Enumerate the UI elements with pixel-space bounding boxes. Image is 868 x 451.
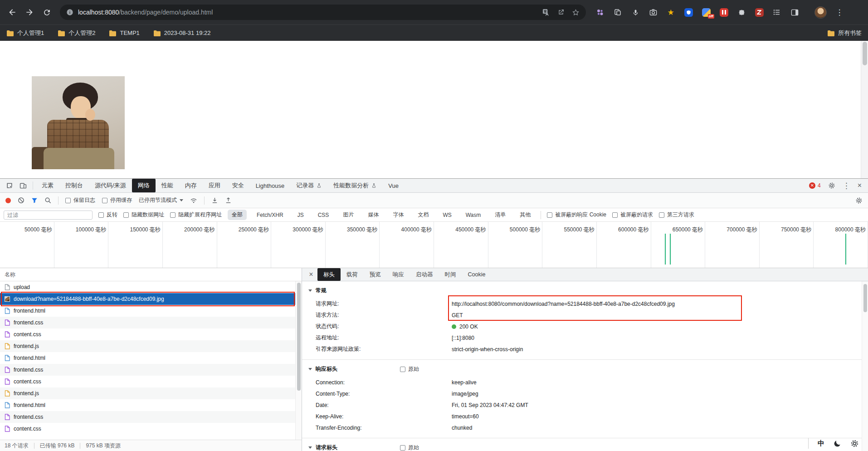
bookmark-folder-3[interactable]: TEMP1 bbox=[109, 29, 139, 36]
tab-initiator[interactable]: 启动器 bbox=[410, 268, 439, 281]
filter-chip-img[interactable]: 图片 bbox=[339, 210, 358, 220]
request-row[interactable]: frontend.html bbox=[0, 352, 295, 364]
raw-headers-checkbox[interactable] bbox=[400, 367, 405, 372]
filter-chip-other[interactable]: 其他 bbox=[516, 210, 535, 220]
request-row[interactable]: frontend.css bbox=[0, 364, 295, 376]
filter-input[interactable] bbox=[4, 211, 93, 220]
tab-network[interactable]: 网络 bbox=[132, 179, 156, 192]
request-row[interactable]: frontend.css bbox=[0, 411, 295, 423]
ime-language-indicator[interactable]: 中 bbox=[818, 439, 824, 448]
extension-icon-off-badge[interactable]: off bbox=[701, 7, 711, 17]
tab-headers[interactable]: 标头 bbox=[317, 268, 341, 281]
hide-data-urls-checkbox[interactable] bbox=[123, 212, 129, 218]
extensions-puzzle-icon[interactable] bbox=[736, 7, 746, 17]
blocked-requests-option[interactable]: 被屏蔽的请求 bbox=[612, 211, 653, 219]
extension-icon-grid[interactable] bbox=[595, 7, 605, 17]
response-headers-section-header[interactable]: 响应标头 原始 bbox=[302, 360, 862, 377]
device-toolbar-icon[interactable] bbox=[16, 179, 30, 192]
bookmark-folder-4[interactable]: 2023-08-31 19:22 bbox=[153, 29, 211, 36]
request-list-scrollbar-thumb[interactable] bbox=[297, 283, 301, 391]
tab-cookies[interactable]: Cookie bbox=[462, 268, 492, 281]
tab-response[interactable]: 响应 bbox=[387, 268, 410, 281]
bookmark-folder-2[interactable]: 个人管理2 bbox=[58, 29, 95, 37]
raw-headers-checkbox[interactable] bbox=[400, 445, 405, 451]
tab-console[interactable]: 控制台 bbox=[59, 179, 89, 192]
invert-option[interactable]: 反转 bbox=[98, 211, 117, 219]
side-panel-icon[interactable] bbox=[790, 7, 800, 17]
network-conditions-icon[interactable] bbox=[190, 197, 197, 204]
network-settings-icon[interactable] bbox=[855, 197, 863, 204]
request-row[interactable]: content.css bbox=[0, 423, 295, 435]
filter-chip-css[interactable]: CSS bbox=[314, 211, 333, 220]
ime-settings-icon[interactable] bbox=[850, 439, 859, 448]
page-scrollbar-thumb[interactable] bbox=[863, 42, 867, 65]
close-details-icon[interactable]: × bbox=[305, 268, 317, 281]
filter-chip-media[interactable]: 媒体 bbox=[364, 210, 383, 220]
filter-toggle-icon[interactable] bbox=[31, 197, 38, 204]
raw-response-headers-option[interactable]: 原始 bbox=[400, 365, 419, 373]
import-har-icon[interactable] bbox=[211, 197, 218, 204]
tab-performance-insights[interactable]: 性能数据分析 bbox=[327, 179, 382, 192]
extension-icon-star[interactable]: ★ bbox=[666, 7, 676, 17]
request-row[interactable]: frontend.html bbox=[0, 305, 295, 317]
devtools-settings-icon[interactable] bbox=[828, 182, 835, 189]
profile-avatar[interactable] bbox=[814, 6, 827, 19]
invert-checkbox[interactable] bbox=[98, 212, 104, 218]
disable-cache-checkbox[interactable] bbox=[102, 198, 107, 203]
tab-preview[interactable]: 预览 bbox=[364, 268, 387, 281]
filter-chip-ws[interactable]: WS bbox=[439, 211, 455, 220]
share-icon[interactable] bbox=[557, 9, 565, 16]
throttling-select[interactable]: 已停用节流模式 bbox=[139, 196, 183, 204]
devtools-menu-icon[interactable]: ⋮ bbox=[843, 181, 850, 190]
extension-icon-pause[interactable] bbox=[719, 7, 729, 17]
filter-chip-doc[interactable]: 文档 bbox=[414, 210, 433, 220]
address-bar[interactable]: localhost:8080/backend/page/demo/upload.… bbox=[60, 5, 586, 20]
filter-chip-font[interactable]: 字体 bbox=[389, 210, 408, 220]
back-button[interactable] bbox=[5, 5, 20, 20]
request-row[interactable]: frontend.js bbox=[0, 340, 295, 352]
tab-elements[interactable]: 元素 bbox=[36, 179, 59, 192]
filter-chip-fetch-xhr[interactable]: Fetch/XHR bbox=[253, 211, 288, 220]
export-har-icon[interactable] bbox=[225, 197, 232, 204]
extension-icon-camera[interactable] bbox=[648, 7, 658, 17]
devtools-close-icon[interactable]: × bbox=[858, 182, 862, 189]
third-party-requests-option[interactable]: 第三方请求 bbox=[659, 211, 694, 219]
tab-memory[interactable]: 内存 bbox=[179, 179, 203, 192]
request-row[interactable]: content.css bbox=[0, 328, 295, 340]
blocked-requests-checkbox[interactable] bbox=[612, 212, 618, 218]
inspect-element-icon[interactable] bbox=[3, 179, 16, 192]
page-scrollbar[interactable] bbox=[861, 41, 868, 178]
filter-chip-all[interactable]: 全部 bbox=[228, 210, 247, 220]
request-row-download-selected[interactable]: download?name=52184488-bbff-40e8-a7be-d2… bbox=[0, 293, 295, 305]
record-network-log-button[interactable] bbox=[5, 198, 11, 203]
disclosure-triangle-icon[interactable] bbox=[308, 446, 312, 449]
filter-chip-wasm[interactable]: Wasm bbox=[462, 211, 485, 220]
network-overview-timeline[interactable]: 50000 毫秒 100000 毫秒 150000 毫秒 200000 毫秒 2… bbox=[0, 222, 868, 268]
translate-icon[interactable] bbox=[542, 9, 550, 16]
third-party-requests-checkbox[interactable] bbox=[659, 212, 664, 218]
clear-network-log-icon[interactable] bbox=[18, 197, 24, 204]
site-info-icon[interactable] bbox=[66, 9, 73, 16]
tab-security[interactable]: 安全 bbox=[226, 179, 250, 192]
extension-icon-list[interactable] bbox=[772, 7, 782, 17]
hide-extension-urls-checkbox[interactable] bbox=[170, 212, 176, 218]
extension-icon-copy[interactable] bbox=[613, 7, 623, 17]
extension-icon-mic[interactable] bbox=[630, 7, 640, 17]
preserve-log-checkbox[interactable] bbox=[65, 198, 71, 203]
request-headers-section-header[interactable]: 请求标头 原始 bbox=[302, 438, 862, 451]
all-bookmarks[interactable]: 所有书签 bbox=[827, 29, 862, 37]
request-row[interactable]: frontend.css bbox=[0, 317, 295, 328]
disable-cache-option[interactable]: 停用缓存 bbox=[102, 196, 132, 204]
extension-icon-z[interactable] bbox=[754, 7, 764, 17]
tab-performance[interactable]: 性能 bbox=[156, 179, 179, 192]
request-row[interactable]: frontend.html bbox=[0, 399, 295, 411]
tab-vue[interactable]: Vue bbox=[382, 179, 405, 192]
error-count-badge[interactable]: ✕ 4 bbox=[809, 182, 821, 189]
disclosure-triangle-icon[interactable] bbox=[308, 289, 312, 292]
disclosure-triangle-icon[interactable] bbox=[308, 368, 312, 370]
blocked-response-cookies-checkbox[interactable] bbox=[547, 212, 552, 218]
bookmark-folder-1[interactable]: 个人管理1 bbox=[6, 29, 44, 37]
request-row[interactable]: content.css bbox=[0, 376, 295, 387]
request-list-header[interactable]: 名称 bbox=[0, 268, 302, 281]
tab-lighthouse[interactable]: Lighthouse bbox=[250, 179, 291, 192]
